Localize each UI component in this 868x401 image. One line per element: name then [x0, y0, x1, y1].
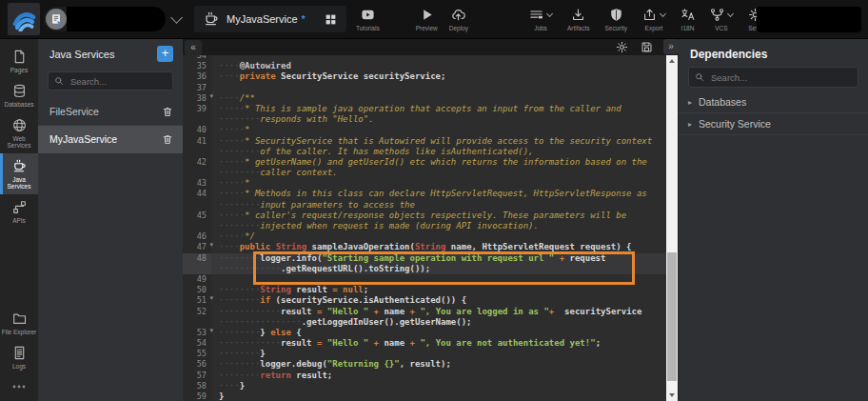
- code-row[interactable]: ················.getLoggedInUser().getUs…: [183, 317, 666, 328]
- vcs-label: VCS: [715, 25, 727, 31]
- code-row[interactable]: 54············result = "Hello " + name +…: [183, 338, 666, 349]
- code-row[interactable]: 42·····* getUserName() and getUserId() e…: [183, 157, 666, 168]
- tutorials-icon-row: [361, 7, 375, 22]
- fold-toggle-icon[interactable]: ▾: [209, 294, 213, 302]
- line-number: 45: [183, 211, 211, 221]
- collapse-services-panel-button[interactable]: «: [185, 40, 202, 55]
- fold-toggle-icon[interactable]: ▾: [209, 327, 213, 334]
- line-number: 41: [183, 136, 211, 147]
- topbar-button-preview[interactable]: Preview: [410, 5, 444, 33]
- code-row[interactable]: 39·····* This is sample java operation t…: [183, 104, 666, 114]
- jobs-icon-row: [529, 7, 552, 22]
- code-row[interactable]: 46·····*/: [183, 231, 666, 242]
- app-root: MyJavaService * TutorialsPreviewDeploy J…: [0, 0, 868, 401]
- editor-scrollbar[interactable]: [666, 55, 678, 401]
- project-switcher[interactable]: [44, 7, 166, 31]
- code-line-content: }: [211, 391, 666, 401]
- topbar-button-vcs[interactable]: VCS: [704, 5, 739, 33]
- translate-icon: [681, 8, 695, 22]
- sidebar-item-databases[interactable]: Databases: [0, 78, 38, 112]
- code-line-content: ········responds with "Hello".: [211, 114, 666, 125]
- list-icon: [529, 8, 543, 22]
- topbar-button-tutorials[interactable]: Tutorials: [350, 5, 385, 33]
- unsaved-changes-marker: *: [302, 13, 306, 25]
- dependencies-search-input[interactable]: [709, 71, 852, 84]
- tab-service-name: MyJavaService: [227, 13, 298, 25]
- scroll-down-button[interactable]: [666, 390, 678, 401]
- code-row[interactable]: 37: [183, 83, 666, 93]
- chevron-down-icon[interactable]: [170, 11, 183, 24]
- dependencies-groups: ▸Databases▸Security Service: [679, 91, 868, 135]
- code-row[interactable]: ········of the caller. It has methods li…: [183, 147, 666, 157]
- open-service-tab[interactable]: MyJavaService *: [194, 6, 346, 32]
- dependency-group-databases[interactable]: ▸Databases: [679, 91, 868, 113]
- code-row[interactable]: ············.getRequestURL().toString())…: [183, 264, 666, 274]
- code-row[interactable]: 49: [183, 274, 666, 285]
- sidebar-item-more[interactable]: [0, 374, 38, 401]
- code-row[interactable]: 56········logger.debug("Returning {}", r…: [183, 359, 666, 370]
- save-icon[interactable]: [641, 41, 653, 53]
- code-row[interactable]: 43·····*: [183, 178, 666, 189]
- folder-icon: [12, 311, 27, 326]
- artifacts-label: Artifacts: [567, 25, 589, 31]
- code-row[interactable]: ········caller context.: [183, 168, 666, 178]
- sidebar-item-web-services[interactable]: Web Services: [0, 112, 38, 153]
- line-number: 44: [183, 189, 211, 199]
- trash-icon[interactable]: [162, 133, 173, 146]
- code-row[interactable]: 47▾····public String sampleJavaOperation…: [183, 242, 666, 252]
- code-row[interactable]: 45·····* caller's request/response objec…: [183, 211, 666, 221]
- code-row[interactable]: 44·····* Methods in this class can decla…: [183, 189, 666, 199]
- code-row[interactable]: 59}: [183, 391, 666, 401]
- service-list-item-FileService[interactable]: FileService: [38, 98, 183, 126]
- sidebar-item-file-explorer[interactable]: File Explorer: [0, 306, 38, 340]
- code-row[interactable]: 51▾········if (securityService.isAuthent…: [183, 295, 666, 306]
- expand-dependencies-panel-button[interactable]: »: [663, 39, 679, 54]
- editor-settings-gear-icon[interactable]: [616, 41, 628, 53]
- sidebar-item-logs[interactable]: Logs: [0, 340, 38, 374]
- line-number: 51▾: [183, 295, 211, 306]
- fold-toggle-icon[interactable]: ▾: [209, 92, 213, 100]
- code-row[interactable]: 35····@Autowired: [183, 61, 666, 71]
- code-row[interactable]: 52············result = "Hello " + name +…: [183, 307, 666, 317]
- topbar-button-deploy[interactable]: Deploy: [444, 5, 474, 33]
- trash-icon[interactable]: [162, 106, 173, 118]
- code-row[interactable]: 57········return result;: [183, 371, 666, 381]
- topbar-button-i18n[interactable]: I18N: [675, 5, 700, 33]
- code-row[interactable]: 50········String result = null;: [183, 285, 666, 295]
- app-logo[interactable]: [8, 3, 40, 35]
- preview-label: Preview: [416, 25, 438, 31]
- code-row[interactable]: ········responds with "Hello".: [183, 114, 666, 125]
- rail-spacer: [0, 229, 38, 306]
- services-search[interactable]: [48, 71, 173, 90]
- code-row[interactable]: 55········}: [183, 349, 666, 359]
- scroll-up-button[interactable]: [666, 55, 678, 67]
- topbar-button-export[interactable]: Export: [637, 5, 671, 33]
- code-row[interactable]: 36····private SecurityService securitySe…: [183, 71, 666, 82]
- dependency-group-security-service[interactable]: ▸Security Service: [679, 113, 868, 135]
- fold-toggle-icon[interactable]: ▾: [209, 241, 213, 249]
- sidebar-item-apis[interactable]: APIs: [0, 194, 38, 229]
- topbar-button-artifacts[interactable]: Artifacts: [562, 5, 595, 33]
- sidebar-item-pages[interactable]: Pages: [0, 44, 38, 78]
- code-row[interactable]: 41·····* SecurityService that is Autowir…: [183, 136, 666, 147]
- code-row[interactable]: 38▾····/**: [183, 93, 666, 104]
- chevron-down-icon: [546, 10, 553, 16]
- redacted-project-name: [67, 7, 166, 31]
- nodes-icon: [12, 200, 27, 214]
- code-row[interactable]: 40·····*: [183, 125, 666, 135]
- service-list-item-MyJavaService[interactable]: MyJavaService: [38, 126, 183, 153]
- code-row[interactable]: 58····}: [183, 381, 666, 391]
- code-editor[interactable]: 3435····@Autowired36····private Security…: [183, 50, 666, 401]
- grid-view-icon[interactable]: [325, 13, 337, 26]
- add-service-button[interactable]: +: [157, 46, 173, 62]
- topbar-button-security[interactable]: Security: [599, 5, 632, 33]
- code-row[interactable]: ········input parameters to access the: [183, 200, 666, 211]
- code-row[interactable]: ········injected when request is made (d…: [183, 221, 666, 231]
- scrollbar-thumb[interactable]: [667, 252, 677, 381]
- services-search-input[interactable]: [69, 75, 167, 88]
- code-row[interactable]: 48········logger.info("Starting sample o…: [183, 253, 666, 264]
- topbar-button-jobs[interactable]: Jobs: [523, 5, 558, 33]
- code-row[interactable]: 53▾········} else {: [183, 328, 666, 338]
- sidebar-item-java-services[interactable]: Java Services: [0, 153, 38, 194]
- dependencies-search[interactable]: [688, 67, 858, 88]
